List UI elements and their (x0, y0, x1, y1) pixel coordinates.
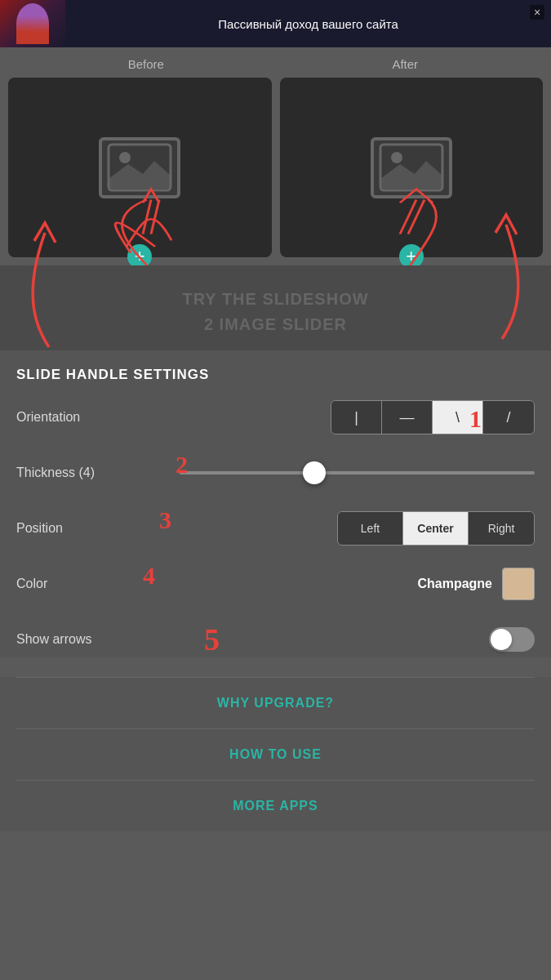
slider-track (180, 471, 535, 474)
how-to-use-button[interactable]: HOW TO USE (16, 729, 535, 780)
more-apps-button[interactable]: MORE APPS (16, 781, 535, 831)
thickness-label: Thickness (4) (16, 466, 180, 480)
annotation-4: 4 (143, 562, 155, 590)
after-label: After (276, 57, 535, 71)
thickness-slider[interactable] (180, 471, 535, 474)
position-left-button[interactable]: Left (338, 512, 403, 545)
before-after-header: Before After (0, 47, 551, 78)
ad-text: Пассивный доход вашего сайта (218, 17, 398, 31)
ad-figure (16, 3, 49, 44)
ad-banner: Пассивный доход вашего сайта × (0, 0, 551, 47)
orient-diagonal-left-button[interactable]: / (483, 401, 534, 434)
annotation-5: 5 (204, 621, 220, 657)
before-image-icon (107, 143, 172, 192)
slider-fill (180, 471, 322, 474)
show-arrows-control (180, 627, 535, 652)
orient-horizontal-button[interactable]: — (382, 401, 433, 434)
orientation-buttons: | — \ / (331, 400, 535, 434)
link-section: WHY UPGRADE? HOW TO USE MORE APPS (0, 677, 551, 831)
promo-subtitle: 2 IMAGE SLIDER (16, 315, 535, 334)
color-row: Color Champagne 4 (16, 566, 535, 602)
show-arrows-toggle[interactable] (489, 627, 535, 652)
show-arrows-row: Show arrows 5 (16, 621, 535, 657)
svg-point-1 (119, 152, 131, 163)
orient-vertical-button[interactable]: | (331, 401, 382, 434)
after-image-placeholder (371, 137, 452, 198)
slider-thumb[interactable] (303, 461, 326, 484)
position-row: Position Left Center Right 3 (16, 510, 535, 546)
ad-close-button[interactable]: × (530, 5, 544, 20)
position-label: Position (16, 521, 180, 536)
svg-point-3 (391, 152, 402, 163)
color-name: Champagne (417, 577, 492, 591)
toggle-knob (491, 629, 512, 650)
ad-text-area: Пассивный доход вашего сайта (65, 17, 551, 31)
promo-area: TRY THE SLIDESHOW 2 IMAGE SLIDER (0, 265, 551, 350)
orientation-label: Orientation (16, 410, 180, 425)
color-display: Champagne (417, 568, 535, 600)
position-center-button[interactable]: Center (403, 512, 469, 545)
color-swatch[interactable] (502, 568, 535, 600)
position-right-button[interactable]: Right (469, 512, 534, 545)
position-control: Left Center Right (180, 511, 535, 546)
annotation-3: 3 (159, 506, 171, 534)
ad-image (0, 0, 65, 47)
before-image-placeholder (99, 137, 180, 198)
show-arrows-label: Show arrows (16, 632, 180, 647)
color-label: Color (16, 577, 180, 591)
orientation-row: Orientation | — \ / 1 (16, 399, 535, 435)
thickness-control (180, 471, 535, 474)
settings-title: SLIDE HANDLE SETTINGS (16, 367, 535, 383)
annotation-2: 2 (176, 451, 188, 479)
image-panels-wrapper: + + (0, 78, 551, 265)
position-buttons: Left Center Right (337, 511, 535, 546)
thickness-row: Thickness (4) 2 (16, 455, 535, 491)
after-image-icon (379, 143, 444, 192)
before-label: Before (16, 57, 276, 71)
color-control: Champagne (180, 568, 535, 600)
why-upgrade-button[interactable]: WHY UPGRADE? (16, 678, 535, 728)
image-panels: + + (0, 78, 551, 265)
before-image-panel: + (8, 78, 272, 257)
settings-section: SLIDE HANDLE SETTINGS Orientation | — \ … (0, 350, 551, 657)
after-image-panel: + (280, 78, 544, 257)
promo-title: TRY THE SLIDESHOW (16, 290, 535, 309)
